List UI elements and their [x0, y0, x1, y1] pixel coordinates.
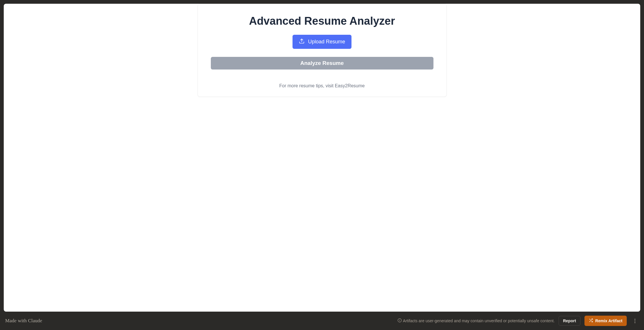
report-button[interactable]: Report — [559, 316, 580, 326]
analyze-resume-label: Analyze Resume — [300, 60, 344, 66]
bottom-bar-right: Artifacts are user-generated and may con… — [398, 316, 639, 326]
upload-icon — [299, 38, 305, 45]
disclaimer: Artifacts are user-generated and may con… — [398, 318, 555, 323]
dots-vertical-icon — [635, 319, 635, 323]
made-with-prefix: Made with — [5, 318, 28, 323]
report-label: Report — [563, 319, 576, 323]
info-icon — [398, 318, 402, 323]
remix-artifact-button[interactable]: Remix Artifact — [584, 316, 627, 326]
remix-label: Remix Artifact — [595, 319, 622, 323]
disclaimer-text: Artifacts are user-generated and may con… — [403, 319, 555, 323]
main-card: Advanced Resume Analyzer Upload Resume A… — [198, 4, 447, 97]
made-with-claude[interactable]: Made with Claude — [5, 318, 42, 324]
analyze-resume-button[interactable]: Analyze Resume — [211, 57, 433, 70]
upload-resume-label: Upload Resume — [308, 39, 345, 45]
content-area: Advanced Resume Analyzer Upload Resume A… — [4, 4, 640, 312]
svg-line-6 — [589, 319, 590, 320]
made-with-brand: Claude — [28, 318, 42, 323]
upload-resume-button[interactable]: Upload Resume — [293, 35, 351, 49]
tip-line: For more resume tips, visit Easy2Resume — [207, 83, 437, 88]
page-title: Advanced Resume Analyzer — [207, 15, 437, 27]
shuffle-icon — [589, 318, 593, 323]
more-menu-button[interactable] — [631, 317, 639, 325]
tip-link[interactable]: Easy2Resume — [335, 83, 365, 88]
bottom-bar: Made with Claude Artifacts are user-gene… — [0, 312, 644, 330]
tip-prefix: For more resume tips, visit — [279, 83, 335, 88]
app-frame: Advanced Resume Analyzer Upload Resume A… — [0, 0, 644, 312]
